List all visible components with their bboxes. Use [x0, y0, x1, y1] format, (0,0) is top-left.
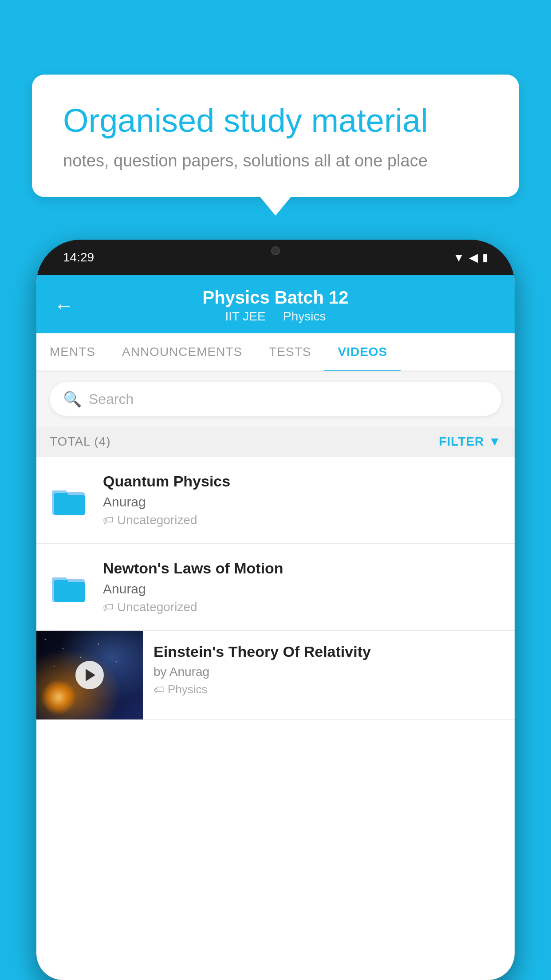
search-icon: 🔍	[63, 390, 82, 408]
tag-iit: IIT JEE	[225, 309, 265, 323]
batch-title: Physics Batch 12	[87, 288, 464, 308]
total-count: TOTAL (4)	[50, 435, 111, 449]
video-info: Quantum Physics Anurag 🏷 Uncategorized	[103, 473, 501, 527]
search-bar-container: 🔍 Search	[36, 371, 515, 427]
tab-announcements[interactable]: ANNOUNCEMENTS	[109, 333, 256, 371]
search-input-wrap[interactable]: 🔍 Search	[50, 382, 501, 416]
list-item[interactable]: Einstein's Theory Of Relativity by Anura…	[36, 631, 515, 720]
filter-button[interactable]: FILTER ▼	[439, 435, 501, 449]
video-thumbnail	[36, 631, 143, 719]
planet-decoration	[41, 680, 76, 715]
filter-label: FILTER	[439, 435, 484, 449]
tab-videos[interactable]: VIDEOS	[324, 333, 401, 371]
search-placeholder: Search	[89, 391, 134, 407]
video-info: Newton's Laws of Motion Anurag 🏷 Uncateg…	[103, 560, 501, 614]
phone-screen: ← Physics Batch 12 IIT JEE Physics MENTS…	[36, 275, 515, 980]
folder-icon	[50, 569, 90, 605]
video-tag: 🏷 Uncategorized	[103, 600, 501, 614]
play-icon	[86, 669, 95, 681]
status-bar: 14:29 ▼ ◀ ▮	[36, 240, 515, 275]
tag-label: Uncategorized	[117, 600, 197, 614]
signal-icon: ◀	[469, 251, 478, 265]
video-tag: 🏷 Physics	[153, 683, 504, 696]
svg-rect-7	[54, 580, 68, 585]
tag-icon: 🏷	[103, 601, 114, 613]
video-author: by Anurag	[153, 665, 504, 679]
phone-frame: 14:29 ▼ ◀ ▮ ← Physics Batch 12 IIT JEE P…	[36, 240, 515, 980]
list-item[interactable]: Newton's Laws of Motion Anurag 🏷 Uncateg…	[36, 544, 515, 631]
filter-bar: TOTAL (4) FILTER ▼	[36, 427, 515, 457]
tag-label: Uncategorized	[117, 513, 197, 527]
video-title: Einstein's Theory Of Relativity	[153, 643, 504, 660]
tag-physics: Physics	[283, 309, 326, 323]
video-list: Quantum Physics Anurag 🏷 Uncategorized	[36, 457, 515, 720]
svg-rect-3	[54, 493, 68, 498]
video-author: Anurag	[103, 494, 501, 510]
play-button[interactable]	[75, 661, 104, 689]
header-tags: IIT JEE Physics	[87, 309, 464, 324]
tabs-bar: MENTS ANNOUNCEMENTS TESTS VIDEOS	[36, 333, 515, 371]
clock: 14:29	[63, 250, 94, 265]
front-camera	[271, 246, 280, 255]
tag-separator	[273, 309, 280, 323]
bubble-title: Organised study material	[63, 101, 488, 141]
tag-icon: 🏷	[153, 684, 164, 696]
tab-tests[interactable]: TESTS	[256, 333, 324, 371]
wifi-icon: ▼	[453, 251, 464, 265]
back-button[interactable]: ←	[54, 295, 74, 317]
video-author: Anurag	[103, 581, 501, 597]
bubble-subtitle: notes, question papers, solutions all at…	[63, 151, 488, 170]
app-header: ← Physics Batch 12 IIT JEE Physics	[36, 275, 515, 333]
status-icons: ▼ ◀ ▮	[453, 251, 488, 265]
notch	[244, 240, 307, 262]
tab-ments[interactable]: MENTS	[36, 333, 109, 371]
battery-icon: ▮	[482, 251, 488, 264]
video-title: Quantum Physics	[103, 473, 501, 490]
folder-icon	[50, 482, 90, 518]
video-info: Einstein's Theory Of Relativity by Anura…	[143, 631, 515, 709]
header-title-area: Physics Batch 12 IIT JEE Physics	[87, 288, 464, 324]
video-title: Newton's Laws of Motion	[103, 560, 501, 577]
filter-icon: ▼	[488, 435, 501, 449]
video-tag: 🏷 Uncategorized	[103, 513, 501, 527]
tag-icon: 🏷	[103, 514, 114, 526]
list-item[interactable]: Quantum Physics Anurag 🏷 Uncategorized	[36, 457, 515, 544]
speech-bubble: Organised study material notes, question…	[32, 75, 519, 197]
tag-label: Physics	[168, 683, 208, 696]
